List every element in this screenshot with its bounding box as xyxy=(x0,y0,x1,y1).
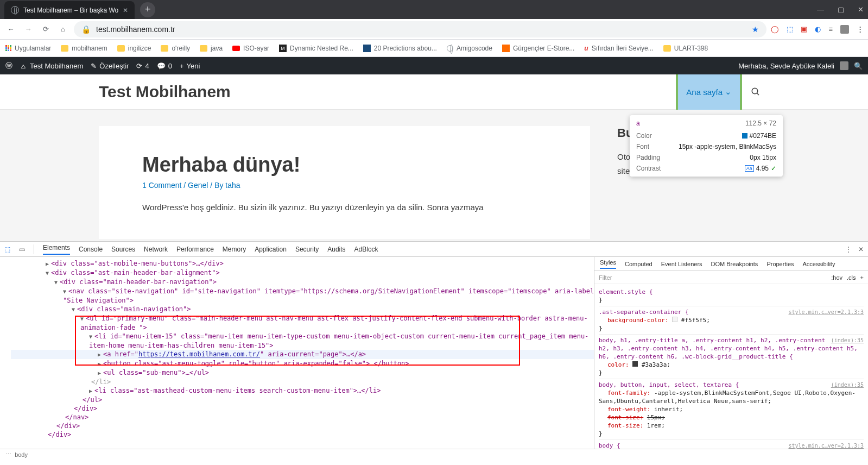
search-icon xyxy=(751,87,761,97)
tab-bar: Test Mobilhanem – Bir başka Wo ✕ + ― ▢ ✕ xyxy=(0,0,868,19)
tab-network[interactable]: Network xyxy=(144,246,168,253)
svg-point-0 xyxy=(752,88,758,94)
wp-comments[interactable]: 💬0 xyxy=(157,62,172,70)
color-swatch[interactable] xyxy=(632,361,638,367)
close-icon[interactable]: ✕ xyxy=(123,7,128,14)
browser-tab[interactable]: Test Mobilhanem – Bir başka Wo ✕ xyxy=(4,1,135,19)
updates-icon: ⟳ xyxy=(136,62,142,70)
more-icon[interactable]: ⋯ xyxy=(5,451,11,458)
tab-elements[interactable]: Elements xyxy=(43,244,70,255)
brush-icon: ✎ xyxy=(91,62,97,70)
add-rule-button[interactable]: + xyxy=(860,274,864,281)
device-icon[interactable]: ▭ xyxy=(19,246,25,253)
bookmark-item[interactable]: java xyxy=(200,45,223,52)
minimize-icon[interactable]: ― xyxy=(817,5,824,14)
inspect-icon[interactable]: ⬚ xyxy=(4,246,10,253)
ext-icon[interactable]: ▣ xyxy=(801,25,807,33)
star-icon[interactable]: ★ xyxy=(752,25,759,34)
bookmark-item[interactable]: MDynamic Nested Re... xyxy=(279,45,353,52)
site-title: Test Mobilhanem xyxy=(99,83,231,101)
inspector-tooltip: a112.5 × 72 Color#0274BE Font15px -apple… xyxy=(630,115,783,177)
bookmark-item[interactable]: ULART-398 xyxy=(663,45,708,52)
globe-icon xyxy=(447,45,453,52)
avatar-icon[interactable] xyxy=(840,61,848,70)
forward-icon[interactable]: → xyxy=(22,23,35,36)
tab-title: Test Mobilhanem – Bir başka Wo xyxy=(23,7,118,14)
bookmark-item[interactable]: ISO-ayar xyxy=(232,45,269,52)
tab-sources[interactable]: Sources xyxy=(111,246,135,253)
wp-greeting[interactable]: Merhaba, Sevde Aybüke Kaleli xyxy=(738,62,834,70)
medium-icon: M xyxy=(279,45,287,52)
filter-input[interactable]: Filter xyxy=(599,274,612,281)
tab-accessibility[interactable]: Accessibility xyxy=(803,261,835,267)
tab-memory[interactable]: Memory xyxy=(223,246,246,253)
dom-panel[interactable]: ▶<div class="ast-mobile-menu-buttons">…<… xyxy=(0,257,594,449)
back-icon[interactable]: ← xyxy=(4,23,17,36)
tab-breakpoints[interactable]: DOM Breakpoints xyxy=(711,261,758,267)
gauge-icon: 🜂 xyxy=(20,62,27,70)
bookmark-item[interactable]: mobilhanem xyxy=(61,45,107,52)
tab-styles[interactable]: Styles xyxy=(600,259,616,269)
post-meta[interactable]: 1 Comment / Genel / By taha xyxy=(142,181,547,190)
nav-home-link[interactable]: Ana sayfa ⌄ xyxy=(676,74,742,110)
wp-admin-bar: ⓦ 🜂Test Mobilhanem ✎Özelleştir ⟳4 💬0 +Ye… xyxy=(0,57,868,74)
wp-site[interactable]: 🜂Test Mobilhanem xyxy=(20,62,83,70)
color-swatch[interactable] xyxy=(672,317,677,322)
search-button[interactable] xyxy=(742,74,769,110)
avatar-icon[interactable] xyxy=(840,25,849,34)
devtools-tabs: ⬚ ▭ Elements Console Sources Network Per… xyxy=(0,242,868,257)
ext-icon[interactable]: ◐ xyxy=(815,25,821,33)
wp-new[interactable]: +Yeni xyxy=(180,62,200,70)
wp-customize[interactable]: ✎Özelleştir xyxy=(91,62,129,70)
tab-properties[interactable]: Properties xyxy=(766,261,794,267)
color-swatch xyxy=(742,133,747,139)
tab-computed[interactable]: Computed xyxy=(625,261,652,267)
post-body: WordPress'e hoş geldiniz. Bu sizin ilk y… xyxy=(142,203,547,212)
hov-toggle[interactable]: :hov xyxy=(831,274,842,281)
search-icon[interactable]: 🔍 xyxy=(854,62,863,70)
maximize-icon[interactable]: ▢ xyxy=(838,5,844,14)
styles-panel: Styles Computed Event Listeners DOM Brea… xyxy=(594,257,868,449)
address-bar[interactable]: 🔒 test.mobilhanem.com.tr ★ xyxy=(74,21,766,37)
tab-application[interactable]: Application xyxy=(255,246,287,253)
folder-icon xyxy=(161,45,168,52)
bookmark-item[interactable]: Amigoscode xyxy=(447,45,492,52)
bookmark-item[interactable]: uSıfırdan İleri Seviye... xyxy=(584,45,653,52)
tab-audits[interactable]: Audits xyxy=(327,246,345,253)
bookmark-item[interactable]: 20 Predictions abou... xyxy=(363,45,437,52)
styles-tabs: Styles Computed Event Listeners DOM Brea… xyxy=(594,257,868,271)
close-window-icon[interactable]: ✕ xyxy=(858,5,864,14)
apps-button[interactable]: Uygulamalar xyxy=(5,45,51,52)
breadcrumb[interactable]: ⋯ body xyxy=(0,449,868,460)
styles-filter: Filter :hov.cls+ xyxy=(594,271,868,284)
cls-toggle[interactable]: .cls xyxy=(847,274,856,281)
tab-adblock[interactable]: AdBlock xyxy=(354,246,378,253)
main-nav: Ana sayfa ⌄ xyxy=(676,74,769,110)
more-icon[interactable]: ⋮ xyxy=(845,246,852,253)
page-viewport: Test Mobilhanem Ana sayfa ⌄ Merhaba düny… xyxy=(0,74,868,241)
reload-icon[interactable]: ⟳ xyxy=(39,23,52,36)
tab-console[interactable]: Console xyxy=(79,246,103,253)
styles-rules[interactable]: element.style {} style.min.c…ver=2.1.3:3… xyxy=(594,284,868,449)
tab-security[interactable]: Security xyxy=(295,246,319,253)
tab-performance[interactable]: Performance xyxy=(176,246,214,253)
tab-listeners[interactable]: Event Listeners xyxy=(661,261,702,267)
youtube-icon xyxy=(232,46,240,51)
ext-icon[interactable]: ◯ xyxy=(771,25,779,33)
close-icon[interactable]: ✕ xyxy=(858,246,864,253)
plus-icon: + xyxy=(180,62,184,70)
site-icon xyxy=(363,45,371,52)
wp-updates[interactable]: ⟳4 xyxy=(136,62,149,70)
bookmark-item[interactable]: ingilizce xyxy=(117,45,151,52)
menu-icon[interactable]: ⋮ xyxy=(857,25,864,33)
bookmark-item[interactable]: o'reilly xyxy=(161,45,190,52)
tooltip-tag: a xyxy=(636,120,640,127)
bookmark-item[interactable]: Gürgençler E-Store... xyxy=(502,45,574,52)
bookmarks-bar: Uygulamalar mobilhanem ingilizce o'reill… xyxy=(0,40,868,57)
globe-icon xyxy=(11,6,19,14)
ext-icon[interactable]: ≡ xyxy=(828,25,833,33)
new-tab-button[interactable]: + xyxy=(140,2,155,17)
ext-icon[interactable]: ⬚ xyxy=(787,25,793,33)
wp-logo[interactable]: ⓦ xyxy=(5,61,12,71)
home-icon[interactable]: ⌂ xyxy=(56,23,69,36)
